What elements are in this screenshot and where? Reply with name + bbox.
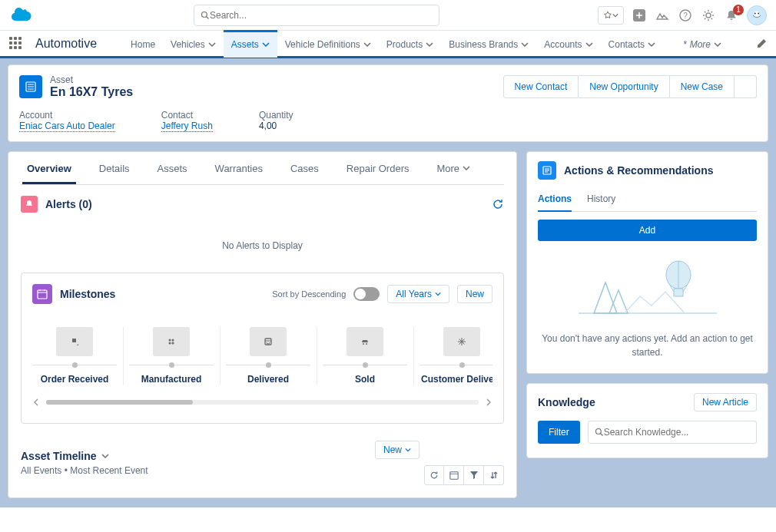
milestone-step-customer-delivery[interactable]: Customer Delivery [420, 327, 492, 385]
timeline-subtitle: All Events • Most Recent Event [21, 465, 375, 476]
sort-label: Sort by Descending [272, 289, 346, 299]
actions-empty-text: You don't have any actions yet. Add an a… [538, 332, 757, 359]
nav-tab-contacts[interactable]: Contacts [601, 30, 663, 58]
milestone-new-button[interactable]: New [457, 285, 492, 303]
svg-point-20 [169, 342, 171, 345]
knowledge-panel: Knowledge New Article Filter [526, 383, 768, 458]
nav-tabs: HomeVehiclesAssetsVehicle DefinitionsPro… [123, 30, 663, 58]
timeline-date-button[interactable] [444, 465, 464, 485]
record-type-label: Asset [50, 74, 503, 85]
detail-tab-overview[interactable]: Overview [22, 152, 76, 184]
svg-point-35 [595, 429, 601, 435]
chevron-down-icon [405, 447, 411, 453]
timeline-sort-button[interactable] [484, 465, 504, 485]
add-icon[interactable] [632, 8, 647, 23]
tab-actions[interactable]: Actions [538, 190, 572, 212]
detail-tabset: OverviewDetailsAssetsWarrantiesCasesRepa… [21, 152, 504, 185]
scroll-track[interactable] [46, 400, 479, 405]
timeline-title[interactable]: Asset Timeline [21, 450, 375, 462]
global-search-field[interactable] [194, 5, 439, 26]
empty-illustration [538, 252, 757, 321]
svg-point-19 [172, 339, 174, 342]
help-icon[interactable]: ? [678, 8, 693, 23]
add-action-button[interactable]: Add [538, 220, 757, 241]
actions-recommendations-panel: Actions & Recommendations Actions Histor… [526, 151, 768, 374]
setup-icon[interactable] [701, 8, 716, 23]
chevron-down-icon [435, 291, 441, 297]
favorites-button[interactable] [598, 6, 624, 25]
timeline-refresh-button[interactable] [424, 465, 444, 485]
notifications-icon[interactable]: 1 [724, 8, 739, 23]
milestones-card: Milestones Sort by Descending All Years … [21, 273, 504, 424]
svg-point-18 [169, 339, 171, 342]
nav-tab-vehicle-definitions[interactable]: Vehicle Definitions [277, 30, 379, 58]
alerts-icon [21, 196, 38, 213]
user-avatar[interactable] [747, 5, 767, 25]
new-article-button[interactable]: New Article [694, 393, 757, 411]
record-action-new-contact[interactable]: New Contact [503, 75, 579, 98]
nav-tab-home[interactable]: Home [123, 30, 163, 58]
actions-icon [538, 161, 556, 180]
detail-tab-cases[interactable]: Cases [286, 152, 323, 184]
record-name: En 16X7 Tyres [50, 85, 503, 99]
record-actions: New ContactNew OpportunityNew Case [503, 75, 757, 98]
svg-line-36 [600, 434, 602, 436]
record-action-new-opportunity[interactable]: New Opportunity [579, 75, 669, 98]
sort-toggle[interactable] [353, 287, 380, 301]
record-action-menu[interactable] [735, 75, 757, 98]
chevron-down-icon [612, 12, 618, 18]
svg-rect-14 [38, 290, 47, 299]
detail-tab-warranties[interactable]: Warranties [211, 152, 267, 184]
milestones-icon [32, 284, 52, 304]
search-icon [595, 428, 604, 437]
timeline-new-button[interactable]: New [375, 441, 420, 459]
edit-page-icon[interactable] [756, 38, 767, 49]
global-search-input[interactable] [210, 10, 433, 21]
trailhead-icon[interactable] [655, 8, 670, 23]
field-label-quantity: Quantity [259, 110, 293, 121]
svg-point-5 [706, 13, 711, 18]
field-label-contact: Contact [161, 110, 213, 121]
svg-text:?: ? [683, 12, 688, 20]
chevron-down-icon [101, 452, 109, 460]
nav-more[interactable]: * More [675, 30, 729, 58]
refresh-icon[interactable] [492, 198, 504, 210]
nav-tab-accounts[interactable]: Accounts [536, 30, 600, 58]
salesforce-logo [9, 6, 35, 25]
notification-badge: 1 [733, 5, 744, 15]
years-dropdown[interactable]: All Years [387, 285, 449, 303]
milestones-track: Order ReceivedManufacturedDeliveredSoldC… [32, 327, 492, 385]
scroll-right-icon[interactable] [485, 398, 492, 406]
nav-tab-business-brands[interactable]: Business Brands [441, 30, 536, 58]
milestone-step-order-received[interactable]: Order Received [32, 327, 117, 385]
tab-history[interactable]: History [587, 190, 615, 211]
knowledge-search-field[interactable] [588, 421, 757, 444]
alerts-title: Alerts (0) [45, 198, 492, 210]
app-name: Automotive [35, 37, 97, 51]
detail-tab-repair-orders[interactable]: Repair Orders [342, 152, 414, 184]
star-icon [603, 11, 612, 20]
field-value-contact[interactable]: Jeffery Rush [161, 121, 213, 132]
knowledge-title: Knowledge [538, 396, 694, 408]
scroll-left-icon[interactable] [32, 398, 40, 406]
nav-tab-assets[interactable]: Assets [224, 30, 277, 58]
milestone-step-delivered[interactable]: Delivered [226, 327, 310, 385]
detail-tab-details[interactable]: Details [95, 152, 134, 184]
field-value-account[interactable]: Eniac Cars Auto Dealer [19, 121, 115, 132]
nav-tab-products[interactable]: Products [379, 30, 441, 58]
field-value-quantity: 4,00 [259, 121, 293, 131]
milestone-step-manufactured[interactable]: Manufactured [129, 327, 214, 385]
svg-rect-23 [449, 472, 457, 479]
record-action-new-case[interactable]: New Case [670, 75, 735, 98]
app-launcher[interactable] [9, 37, 23, 51]
asset-icon [19, 75, 42, 98]
detail-tab-assets[interactable]: Assets [153, 152, 192, 184]
chevron-down-icon [714, 41, 721, 48]
detail-tab-more[interactable]: More [432, 152, 474, 184]
timeline-filter-button[interactable] [464, 465, 484, 485]
nav-tab-vehicles[interactable]: Vehicles [163, 30, 224, 58]
knowledge-search-input[interactable] [604, 427, 750, 438]
alerts-empty-text: No Alerts to Display [21, 240, 504, 251]
milestone-step-sold[interactable]: Sold [323, 327, 407, 385]
knowledge-filter-button[interactable]: Filter [538, 421, 580, 444]
